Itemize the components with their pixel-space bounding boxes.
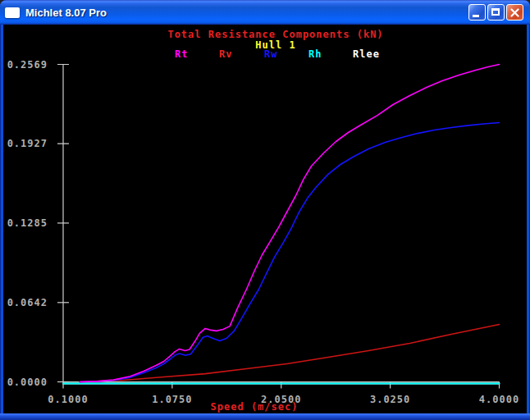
window-title: Michlet 8.07 Pro [25,7,468,19]
chart-title: Total Resistance Components (kN) [167,29,383,40]
minimize-button[interactable] [468,4,486,21]
series-Rw-line [80,123,499,382]
close-button[interactable] [506,4,523,21]
minimize-icon [473,15,479,17]
app-window: Michlet 8.07 Pro Total Resistance Compon… [0,0,530,420]
y-tick-label: 0.1285 [7,217,48,229]
x-tick-label: 0.1000 [48,394,88,405]
window-bottom-border [0,413,530,420]
x-tick-label: 3.0250 [370,394,410,405]
x-tick-label: 1.0750 [152,394,192,405]
legend-item-Rt: Rt [175,48,188,60]
maximize-button[interactable] [487,4,505,21]
series-Rt-line [80,65,499,382]
legend-item-Rh: Rh [308,48,322,60]
y-tick-label: 0.0642 [7,297,48,308]
y-tick-label: 0.2569 [7,59,48,71]
app-icon [5,7,20,18]
close-icon [510,8,519,17]
legend-item-Rv: Rv [219,48,232,60]
chart-client-area: Total Resistance Components (kN) Hull 1 … [3,25,527,413]
axes [57,65,500,389]
titlebar-buttons [468,4,523,21]
legend-item-Rw: Rw [264,48,277,60]
y-tick-label: 0.1927 [7,138,48,149]
y-tick-label: 0.0000 [7,377,48,388]
legend-item-Rlee: Rlee [353,48,380,60]
chart-series [63,65,500,384]
chart-legend: RtRvRwRhRlee [175,48,380,60]
x-axis-title: Speed (m/sec) [211,401,299,413]
titlebar[interactable]: Michlet 8.07 Pro [0,0,530,25]
maximize-icon [491,8,500,16]
resistance-chart: Total Resistance Components (kN) Hull 1 … [3,25,527,413]
x-tick-label: 4.0000 [479,394,519,405]
y-axis-tick-labels: 0.00000.06420.12850.19270.2569 [7,59,48,388]
